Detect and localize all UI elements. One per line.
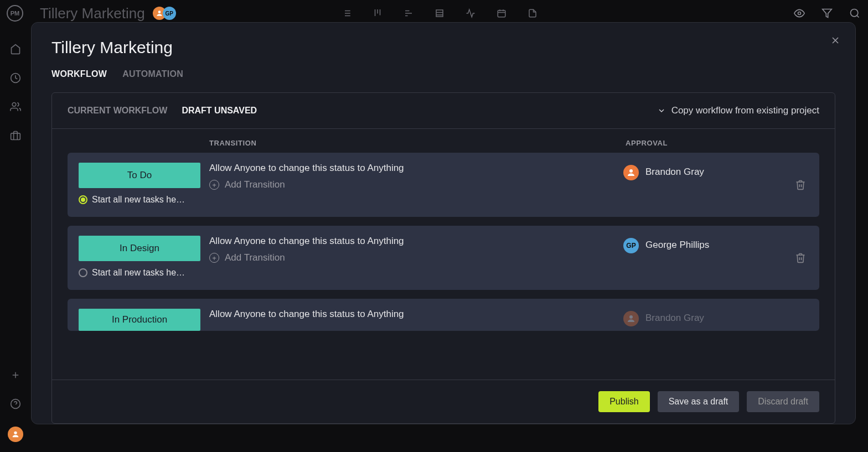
transition-text: Allow Anyone to change this status to An… bbox=[209, 236, 623, 247]
modal-header: Tillery Marketing WORKFLOW AUTOMATION bbox=[32, 38, 855, 79]
trash-icon bbox=[795, 252, 806, 263]
add-transition-button[interactable]: + Add Transition bbox=[209, 179, 623, 190]
workflow-modal: Tillery Marketing WORKFLOW AUTOMATION CU… bbox=[31, 22, 856, 424]
columns-header: TRANSITION APPROVAL bbox=[52, 129, 835, 153]
briefcase-icon[interactable] bbox=[9, 129, 22, 142]
approver-avatar bbox=[623, 311, 639, 326]
copy-workflow-label: Copy workflow from existing project bbox=[671, 105, 819, 116]
delete-row-button[interactable] bbox=[789, 309, 812, 331]
add-transition-label: Add Transition bbox=[225, 179, 285, 190]
status-column: In Design Start all new tasks he… bbox=[79, 236, 209, 280]
status-pill[interactable]: In Design bbox=[79, 236, 200, 261]
svg-rect-13 bbox=[436, 10, 443, 17]
topbar-avatars[interactable]: GP bbox=[156, 7, 176, 20]
delete-row-button[interactable] bbox=[789, 163, 812, 207]
home-icon[interactable] bbox=[9, 43, 22, 55]
status-column: To Do Start all new tasks he… bbox=[79, 163, 209, 207]
panel-footer: Publish Save as a draft Discard draft bbox=[52, 380, 835, 423]
publish-button[interactable]: Publish bbox=[598, 391, 649, 412]
status-pill[interactable]: To Do bbox=[79, 163, 200, 188]
radio-label: Start all new tasks he… bbox=[92, 195, 185, 205]
approval-column: Brandon Gray bbox=[623, 309, 789, 331]
column-approval: APPROVAL bbox=[626, 139, 792, 147]
svg-point-22 bbox=[851, 9, 858, 17]
workflow-panel: CURRENT WORKFLOW DRAFT UNSAVED Copy work… bbox=[51, 92, 835, 424]
tab-automation[interactable]: AUTOMATION bbox=[122, 69, 183, 79]
transition-text: Allow Anyone to change this status to An… bbox=[209, 309, 623, 320]
svg-point-20 bbox=[798, 12, 801, 15]
app-logo: PM bbox=[7, 5, 23, 22]
recent-icon[interactable] bbox=[9, 72, 22, 84]
help-icon[interactable] bbox=[9, 398, 22, 410]
approver-avatar bbox=[623, 165, 639, 180]
approval-column: GP George Phillips bbox=[623, 236, 789, 280]
panel-header: CURRENT WORKFLOW DRAFT UNSAVED Copy work… bbox=[52, 93, 835, 129]
subtab-current[interactable]: CURRENT WORKFLOW bbox=[68, 106, 167, 116]
svg-point-34 bbox=[629, 169, 633, 173]
trash-icon bbox=[795, 179, 806, 190]
delete-row-button[interactable] bbox=[789, 236, 812, 280]
transition-column: Allow Anyone to change this status to An… bbox=[209, 236, 623, 280]
workflow-row: To Do Start all new tasks he… Allow Anyo… bbox=[68, 153, 819, 217]
svg-point-35 bbox=[629, 315, 633, 319]
chevron-down-icon bbox=[657, 106, 666, 115]
discard-draft-button[interactable]: Discard draft bbox=[747, 391, 819, 412]
search-icon[interactable] bbox=[849, 8, 860, 19]
modal-tabs: WORKFLOW AUTOMATION bbox=[51, 69, 835, 79]
left-sidebar bbox=[0, 27, 31, 452]
plus-circle-icon: + bbox=[209, 180, 219, 190]
add-transition-button[interactable]: + Add Transition bbox=[209, 252, 623, 263]
column-transition: TRANSITION bbox=[209, 139, 626, 147]
status-column: In Production bbox=[79, 309, 209, 331]
workflow-row: In Design Start all new tasks he… Allow … bbox=[68, 226, 819, 290]
workflow-subtabs: CURRENT WORKFLOW DRAFT UNSAVED bbox=[68, 106, 257, 116]
add-transition-label: Add Transition bbox=[225, 252, 285, 263]
workflow-rows: To Do Start all new tasks he… Allow Anyo… bbox=[52, 153, 835, 380]
svg-marker-21 bbox=[823, 9, 832, 18]
save-draft-button[interactable]: Save as a draft bbox=[658, 391, 740, 412]
svg-point-25 bbox=[12, 103, 16, 107]
svg-point-31 bbox=[14, 432, 17, 434]
visibility-icon[interactable] bbox=[794, 8, 805, 19]
status-pill[interactable]: In Production bbox=[79, 309, 200, 331]
approver-name: Brandon Gray bbox=[645, 165, 704, 178]
radio-icon bbox=[79, 268, 87, 277]
tab-workflow[interactable]: WORKFLOW bbox=[51, 69, 107, 79]
workflow-row: In Production Allow Anyone to change thi… bbox=[68, 299, 819, 331]
approver-avatar: GP bbox=[623, 238, 639, 253]
app-project-title: Tillery Marketing bbox=[40, 5, 145, 22]
start-tasks-radio[interactable]: Start all new tasks he… bbox=[79, 268, 200, 278]
approver-name: George Phillips bbox=[645, 238, 709, 251]
filter-icon[interactable] bbox=[822, 8, 833, 19]
svg-point-0 bbox=[158, 11, 161, 13]
svg-line-23 bbox=[857, 15, 859, 18]
approver-name: Brandon Gray bbox=[645, 311, 704, 324]
start-tasks-radio[interactable]: Start all new tasks he… bbox=[79, 195, 200, 205]
plus-circle-icon: + bbox=[209, 253, 219, 263]
copy-workflow-link[interactable]: Copy workflow from existing project bbox=[657, 105, 819, 116]
transition-column: Allow Anyone to change this status to An… bbox=[209, 309, 623, 331]
avatar-user-2: GP bbox=[163, 7, 176, 20]
subtab-draft[interactable]: DRAFT UNSAVED bbox=[182, 106, 257, 116]
team-icon[interactable] bbox=[9, 101, 22, 113]
transition-column: Allow Anyone to change this status to An… bbox=[209, 163, 623, 207]
svg-rect-16 bbox=[498, 11, 505, 17]
add-icon[interactable] bbox=[9, 369, 22, 381]
transition-text: Allow Anyone to change this status to An… bbox=[209, 163, 623, 174]
radio-icon bbox=[79, 195, 87, 204]
approval-column: Brandon Gray bbox=[623, 163, 789, 207]
current-user-avatar[interactable] bbox=[8, 427, 23, 442]
close-button[interactable] bbox=[830, 35, 841, 46]
svg-rect-26 bbox=[11, 133, 20, 140]
radio-label: Start all new tasks he… bbox=[92, 268, 185, 278]
modal-title: Tillery Marketing bbox=[51, 38, 835, 57]
